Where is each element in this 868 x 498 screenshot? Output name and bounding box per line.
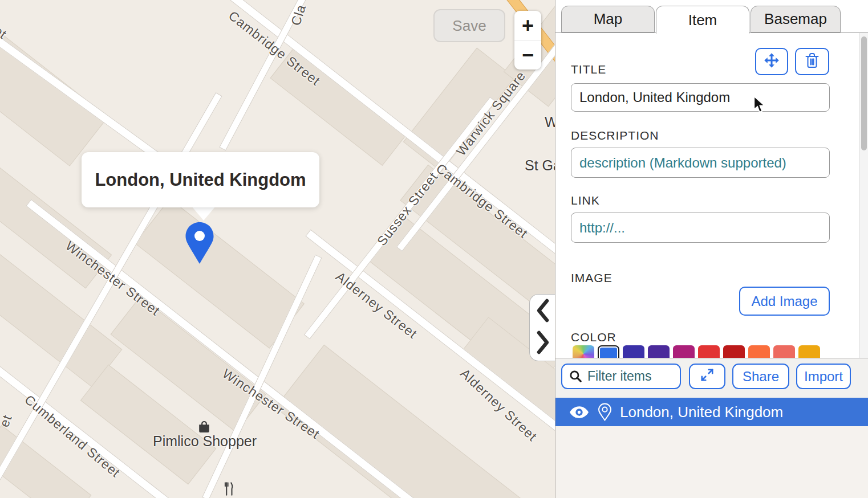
mouse-cursor [753,96,768,116]
items-toolbar: Filter items Share Import [555,358,868,398]
delete-item-button[interactable] [795,48,829,75]
add-image-button[interactable]: Add Image [739,287,830,316]
search-icon [569,370,582,383]
expand-list-button[interactable] [689,364,725,389]
panel-collapse-handle[interactable] [529,294,555,361]
eye-icon[interactable] [569,406,589,419]
description-input[interactable] [571,148,830,178]
description-label: DESCRIPTION [571,129,659,142]
panel-scrollbar[interactable] [859,33,868,358]
expand-icon [700,368,715,386]
tab-map[interactable]: Map [561,6,655,32]
image-label: IMAGE [571,271,613,285]
filter-items-input[interactable]: Filter items [561,364,681,389]
map-canvas[interactable]: Cambridge Street Warwick Square Cambridg… [0,0,555,498]
chevron-left-icon[interactable] [535,298,551,325]
item-list-empty-area [555,426,868,498]
chevron-right-icon[interactable] [535,330,551,357]
app-window: Cambridge Street Warwick Square Cambridg… [0,0,868,498]
map-pin[interactable] [184,221,216,268]
share-button[interactable]: Share [732,364,789,389]
save-button[interactable]: Save [433,9,505,42]
move-item-button[interactable] [755,48,788,75]
filter-placeholder: Filter items [587,369,651,384]
panel-scrollbar-thumb[interactable] [861,36,867,150]
item-list-row[interactable]: London, United Kingdom [555,398,868,426]
map-popup[interactable]: London, United Kingdom [82,152,319,207]
street-label: W [545,114,555,130]
zoom-control: + − [514,11,541,70]
map-popup-tail [192,206,216,221]
restaurant-icon [224,481,234,498]
side-panel: Map Item Basemap TITLE DESCRIPTION LINK … [555,0,868,498]
item-row-title: London, United Kingdom [620,403,783,421]
poi-label: Pimlico Shopper [153,433,257,450]
color-label: COLOR [571,330,616,344]
tab-item[interactable]: Item [656,6,749,34]
link-label: LINK [571,194,600,207]
import-button[interactable]: Import [796,364,851,389]
street-label: St Ga [525,157,555,174]
tab-basemap[interactable]: Basemap [751,6,841,32]
move-icon [764,52,780,71]
zoom-out-button[interactable]: − [514,40,541,70]
title-input[interactable] [571,83,830,112]
title-label: TITLE [571,63,606,76]
street-label: Cla [288,2,309,27]
trash-icon [805,52,820,71]
map-popup-title: London, United Kingdom [95,170,306,190]
zoom-in-button[interactable]: + [514,11,541,40]
map-pin-icon [598,403,612,421]
link-input[interactable] [571,213,830,243]
